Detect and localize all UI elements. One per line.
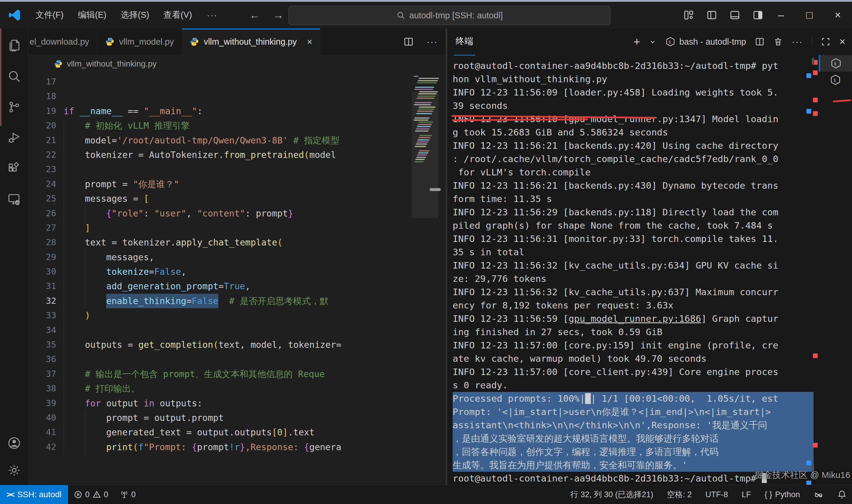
minimap-line [417, 155, 427, 156]
screen-reader-icon[interactable] [814, 489, 823, 500]
code-line: 21model='/root/autodl-tmp/Qwen/Qwen3-8B'… [29, 133, 446, 148]
menu-item[interactable]: 查看(V) [156, 2, 199, 29]
nav-back-button[interactable]: ← [243, 9, 267, 21]
run-debug-icon[interactable] [7, 131, 21, 145]
split-terminal-icon[interactable] [755, 37, 764, 47]
code-text: print(f"Prompt: {prompt!r},Response: {ge… [64, 440, 341, 454]
warning-icon [93, 490, 101, 499]
toggle-panel-icon[interactable] [729, 10, 740, 20]
toggle-secondary-sidebar-icon[interactable] [753, 10, 763, 20]
code-line: 25messages = [ [29, 191, 446, 206]
terminal-shell-label[interactable]: $_ bash - autodl-tmp [665, 36, 746, 47]
explorer-icon[interactable] [7, 38, 21, 53]
warning-count: 0 [104, 490, 108, 499]
source-control-icon[interactable] [7, 100, 21, 114]
command-center-search[interactable]: autodl-tmp [SSH: autodl] [288, 6, 611, 25]
minimap-line [415, 87, 434, 88]
terminal-body[interactable]: root@autodl-container-aa9d4bbc8b-2d316b3… [447, 55, 852, 485]
minimap-line [417, 95, 435, 97]
search-icon[interactable] [7, 69, 21, 84]
terminal-line: ，是由通义实验室研发的超大规模语言模型。我能够进行多轮对话 [453, 432, 814, 445]
terminal-line: INFO 12-23 11:57:00 [core_client.py:439]… [453, 365, 814, 379]
eol-sequence[interactable]: LF [742, 490, 751, 499]
notifications-bell-icon[interactable] [837, 490, 847, 499]
editor-more-actions[interactable]: ··· [427, 36, 438, 47]
indentation[interactable]: 空格: 2 [667, 489, 692, 500]
minimap[interactable] [412, 72, 438, 485]
minimap-line [415, 118, 430, 119]
cursor-position[interactable]: 行 32, 列 30 (已选择21) [570, 489, 653, 500]
code-editor[interactable]: 171819if __name__ == "__main__":20# 初始化 … [29, 72, 446, 485]
account-icon[interactable] [7, 436, 21, 450]
terminal-line: INFO 12-23 11:56:09 [loader.py:458] Load… [453, 86, 814, 99]
minimap-handle[interactable] [430, 188, 441, 191]
extensions-icon[interactable] [7, 162, 21, 176]
remote-explorer-icon[interactable]: >< [7, 192, 21, 206]
language-mode[interactable]: { } Python [764, 490, 800, 499]
breadcrumb[interactable]: vllm_without_thinking.py [29, 55, 446, 72]
minimize-button[interactable]: – [767, 2, 795, 29]
minimap-line [418, 80, 438, 81]
nav-forward-button[interactable]: → [267, 9, 290, 21]
chevron-down-icon[interactable] [649, 38, 656, 45]
close-panel-button[interactable]: × [839, 36, 846, 48]
radio-tower-icon [120, 490, 128, 499]
scrollbar-decoration [813, 443, 818, 448]
customize-layout-icon[interactable] [683, 10, 694, 20]
line-number: 29 [29, 250, 56, 265]
settings-gear-icon[interactable] [7, 463, 21, 478]
code-line: 33) [29, 308, 446, 323]
indent-guide [64, 279, 64, 293]
terminal-actions: + $_ bash - autodl-tmp ··· × [633, 36, 846, 48]
title-bar: 文件(F)编辑(E)选择(S)查看(V) ··· ← → autodl-tmp … [0, 2, 852, 29]
scrollbar-decoration [806, 109, 811, 113]
editor-actions: ··· [403, 29, 438, 55]
ports-indicator[interactable]: 0 [114, 490, 142, 499]
scrollbar-decoration [806, 461, 811, 465]
code-line: 41generated_text = output.outputs[0].tex… [29, 425, 446, 439]
close-button[interactable]: × [823, 2, 852, 29]
menu-more-button[interactable]: ··· [199, 10, 225, 20]
code-line: 35outputs = get_completion(text, model, … [29, 338, 446, 352]
maximize-panel-icon[interactable] [821, 37, 830, 47]
line-number: 24 [29, 177, 56, 191]
kill-terminal-icon[interactable] [773, 37, 783, 47]
problems-indicator[interactable]: 0 0 [68, 490, 114, 499]
terminal-line: ze: 29,776 tokens [453, 272, 814, 285]
menu-item[interactable]: 编辑(E) [71, 2, 114, 29]
terminal-more-actions[interactable]: ··· [792, 36, 803, 47]
code-line: 29messages, [29, 250, 446, 265]
python-file-icon [189, 37, 199, 47]
minimap-line [418, 109, 434, 110]
toggle-sidebar-icon[interactable] [706, 10, 717, 20]
line-number: 25 [29, 191, 56, 206]
minimap-line [417, 126, 431, 127]
tab-terminal[interactable]: 终端 [454, 28, 475, 56]
menu-item[interactable]: 选择(S) [114, 2, 157, 29]
close-tab-icon[interactable]: × [307, 36, 312, 47]
indent-guide [64, 352, 64, 366]
new-terminal-button[interactable]: + [633, 36, 640, 48]
line-number: 39 [29, 396, 56, 411]
terminal-line: hon vllm_without_thinking.py [453, 72, 814, 86]
encoding[interactable]: UTF-8 [705, 490, 728, 499]
code-line: 17 [29, 74, 446, 89]
tab-vllm_model.py[interactable]: vllm_model.py [97, 29, 182, 55]
editor-panel-sash[interactable] [446, 29, 447, 485]
maximize-button[interactable]: □ [795, 2, 823, 29]
terminal-scrollbar[interactable] [812, 58, 814, 65]
tab-vllm_without_thinking.py[interactable]: vllm_without_thinking.py× [182, 29, 320, 55]
split-editor-icon[interactable] [403, 37, 414, 47]
terminal-tab-item[interactable]: $_ [819, 55, 852, 72]
remote-indicator[interactable]: >< SSH: autodl [0, 485, 68, 504]
code-line: 24prompt = "你是谁？" [29, 177, 446, 191]
line-number: 40 [29, 411, 56, 425]
terminal-line: INFO 12-23 11:56:31 [monitor.py:33] torc… [453, 232, 814, 246]
terminal-line: Prompt: '<|im_start|>user\n你是谁？<|im_end|… [453, 405, 814, 418]
terminal-tab-item[interactable]: $_ [819, 72, 852, 88]
layout-controls [683, 2, 763, 29]
scrollbar-decoration [813, 111, 818, 116]
menu-item[interactable]: 文件(F) [29, 2, 71, 29]
minimap-line [419, 91, 438, 92]
tab-el_download.py[interactable]: el_download.py [29, 29, 97, 55]
